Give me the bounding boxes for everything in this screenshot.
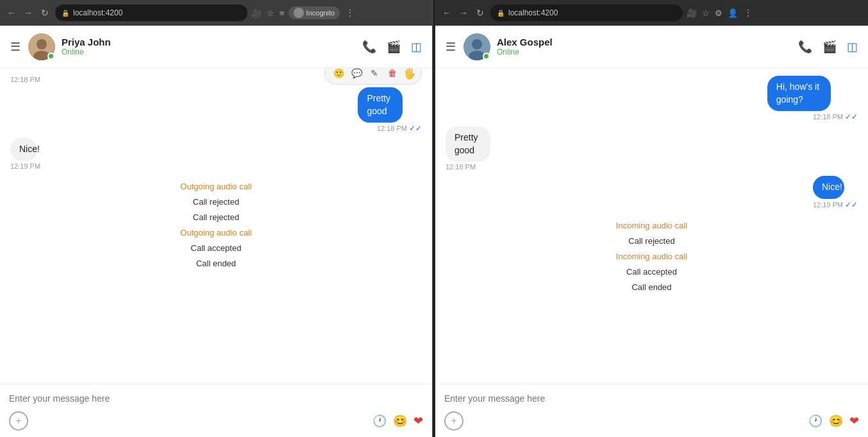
right-reload-button[interactable]: ↻ (474, 6, 487, 19)
right-phone-icon[interactable]: 📞 (798, 40, 812, 54)
left-contact-info: Priya John Online (62, 37, 362, 56)
right-sent-time-hi: 12:18 PM (813, 113, 843, 121)
right-call-text-5: Call ended (631, 282, 671, 292)
right-layout-icon[interactable]: ◫ (847, 40, 858, 54)
right-message-input[interactable] (444, 391, 859, 406)
left-message-row-nice: Nice! 12:19 PM (10, 138, 422, 170)
right-emoji-icon[interactable]: 😊 (829, 414, 843, 428)
left-check-marks: ✓✓ (409, 124, 422, 133)
right-call-text-1: Incoming audio call (616, 221, 687, 230)
forward-button[interactable]: → (22, 6, 35, 19)
left-chat-app: ☰ Priya John Online 📞 🎬 ◫ (0, 26, 432, 437)
left-input-left-icons: + (9, 411, 28, 431)
incognito-label: Incognito (306, 9, 335, 17)
svg-point-1 (37, 39, 47, 49)
right-extensions-icon: ⚙ (715, 8, 722, 18)
right-sent-wrapper-nice: Nice! 12:19 PM ✓✓ (813, 176, 858, 209)
left-call-log-1: Outgoing audio call (10, 180, 422, 192)
left-phone-icon[interactable]: 📞 (362, 40, 376, 54)
right-online-dot (483, 53, 490, 60)
left-call-text-4: Outgoing audio call (180, 228, 251, 237)
right-browser-window: ← → ↻ 🔒 localhost:4200 🎥 ☆ ⚙ 👤 ⋮ ☰ (435, 0, 868, 437)
right-call-text-3: Incoming audio call (616, 252, 687, 261)
right-sent-text-nice: Nice! (822, 182, 842, 192)
right-lock-icon: 🔒 (497, 10, 505, 17)
right-chrome-icons: 🎥 ☆ ⚙ 👤 (687, 8, 738, 18)
left-sent-bubble-prettygood: Pretty good (358, 87, 403, 123)
right-received-text-prettygood: Pretty good (455, 132, 478, 155)
right-back-button[interactable]: ← (440, 6, 453, 19)
right-nice-section: Nice! 12:19 PM ✓✓ (446, 176, 858, 209)
right-chat-app: ☰ Alex Gospel Online 📞 🎬 ◫ (435, 26, 868, 437)
right-avatar-container (463, 33, 490, 60)
url-text: localhost:4200 (73, 8, 122, 17)
left-messages-area[interactable]: 12:18 PM 🙂 💬 ✎ 🗑 🖐 Pretty good (0, 68, 432, 384)
left-add-icon[interactable]: + (9, 411, 28, 431)
right-message-row-hi: Hi, how's it going? 12:18 PM ✓✓ (446, 76, 858, 121)
back-button[interactable]: ← (5, 6, 18, 19)
left-contact-status: Online (62, 47, 362, 56)
left-call-log-4: Outgoing audio call (10, 227, 422, 238)
left-call-log-2: Call rejected (10, 196, 422, 207)
right-sent-wrapper-hi: Hi, how's it going? 12:18 PM ✓✓ (767, 76, 858, 121)
right-sent-bubble-hi: Hi, how's it going? (767, 76, 831, 111)
left-edit-action[interactable]: ✎ (366, 68, 383, 81)
right-check-marks-nice: ✓✓ (845, 200, 858, 209)
right-sent-time-nice: 12:19 PM (813, 201, 843, 209)
right-sent-meta-nice: 12:19 PM ✓✓ (813, 200, 858, 209)
right-call-log-1: Incoming audio call (446, 219, 858, 231)
right-received-meta-prettygood: 12:18 PM (446, 163, 510, 171)
right-input-bottom: + 🕐 😊 ❤ (444, 411, 859, 431)
incognito-badge: Incognito (288, 6, 340, 19)
left-call-logs: Outgoing audio call Call rejected Call r… (10, 180, 422, 269)
more-options-button[interactable]: ⋮ (344, 6, 356, 19)
right-heart-icon[interactable]: ❤ (849, 414, 859, 428)
left-online-dot (47, 53, 54, 60)
left-browser-chrome: ← → ↻ 🔒 localhost:4200 🎥 ☆ ≡ Incognito ⋮ (0, 0, 432, 26)
left-nice-section: Nice! 12:19 PM (10, 138, 422, 170)
left-sent-time-prettygood: 12:18 PM (377, 124, 407, 132)
right-video-icon[interactable]: 🎬 (822, 40, 837, 54)
right-received-wrapper-prettygood: Pretty good 12:18 PM (446, 126, 510, 171)
left-video-icon[interactable]: 🎬 (387, 40, 401, 54)
right-forward-button[interactable]: → (457, 6, 470, 19)
right-messages-area[interactable]: Hi, how's it going? 12:18 PM ✓✓ Pretty g… (435, 68, 868, 384)
left-input-bottom: + 🕐 😊 ❤ (9, 411, 423, 431)
right-input-area: + 🕐 😊 ❤ (435, 384, 868, 437)
right-menu-icon[interactable]: ☰ (446, 40, 456, 54)
reload-button[interactable]: ↻ (38, 6, 51, 19)
right-address-bar[interactable]: 🔒 localhost:4200 (490, 4, 683, 21)
right-add-icon[interactable]: + (444, 411, 463, 431)
left-menu-icon[interactable]: ☰ (10, 40, 21, 54)
right-star-icon: ☆ (702, 8, 710, 18)
left-comment-action[interactable]: 💬 (348, 68, 365, 81)
left-layout-icon[interactable]: ◫ (411, 40, 422, 54)
right-sent-meta-hi: 12:18 PM ✓✓ (767, 112, 858, 121)
left-call-text-3: Call rejected (193, 212, 239, 222)
left-call-text-6: Call ended (196, 259, 236, 268)
left-chat-header: ☰ Priya John Online 📞 🎬 ◫ (0, 26, 432, 68)
left-heart-icon[interactable]: ❤ (413, 414, 423, 428)
left-message-actions[interactable]: 🙂 💬 ✎ 🗑 🖐 (324, 68, 422, 85)
right-sent-text-hi: Hi, how's it going? (776, 81, 819, 105)
right-contact-info: Alex Gospel Online (497, 37, 798, 56)
left-message-input[interactable] (9, 391, 423, 406)
left-input-area: + 🕐 😊 ❤ (0, 384, 432, 437)
left-clock-icon[interactable]: 🕐 (372, 414, 387, 428)
right-clock-icon[interactable]: 🕐 (808, 414, 822, 428)
left-call-log-3: Call rejected (10, 211, 422, 223)
left-call-text-2: Call rejected (193, 197, 239, 207)
right-more-options-button[interactable]: ⋮ (742, 6, 755, 19)
left-avatar-container (28, 33, 55, 60)
right-check-marks-hi: ✓✓ (845, 112, 858, 121)
left-contact-name: Priya John (62, 37, 362, 47)
address-bar[interactable]: 🔒 localhost:4200 (55, 4, 247, 21)
right-input-left-icons: + (444, 411, 463, 431)
left-emoji-action[interactable]: 🙂 (330, 68, 347, 81)
left-trash-action[interactable]: 🗑 (384, 68, 401, 81)
svg-point-4 (472, 39, 482, 49)
left-emoji-icon[interactable]: 😊 (393, 414, 407, 428)
right-header-actions: 📞 🎬 ◫ (798, 40, 858, 54)
left-received-bubble-nice: Nice! (10, 138, 37, 161)
cursor-indicator: 🖐 (403, 68, 416, 80)
